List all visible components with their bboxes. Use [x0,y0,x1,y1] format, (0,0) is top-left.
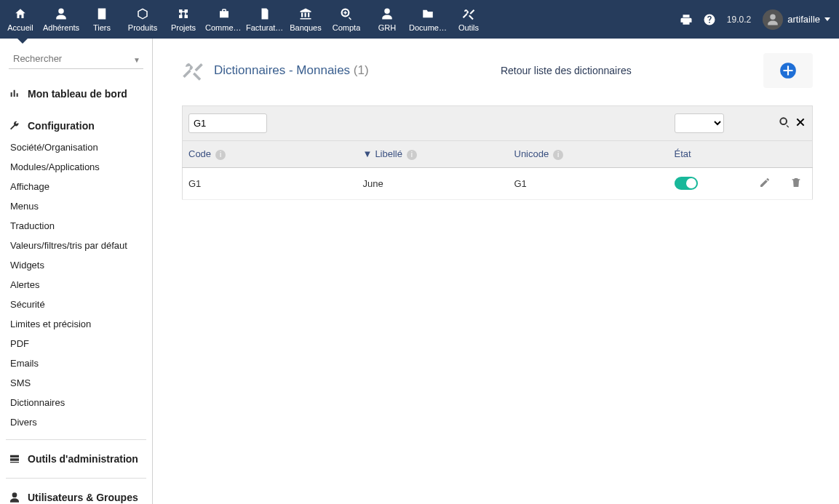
clear-filter-icon[interactable] [795,116,806,128]
sidebar-search-input[interactable] [9,49,143,69]
nav-item-grh[interactable]: GRH [367,0,407,39]
tools-icon [182,60,204,81]
info-icon: i [215,150,226,160]
sidebar-link[interactable]: Sécurité [6,295,146,314]
briefcase-icon [218,7,231,20]
user-menu[interactable]: artifaille [757,0,839,39]
sidebar-link[interactable]: Valeurs/filtres/tris par défaut [6,236,146,255]
user-icon [381,7,394,20]
home-icon [14,7,27,20]
sidebar-users-groups[interactable]: Utilisateurs & Groupes [6,486,146,504]
nav-item-documents[interactable]: Documents [407,0,448,39]
nav-item-outils[interactable]: Outils [448,0,489,39]
page-count: (1) [354,63,369,77]
sidebar-link[interactable]: Traduction [6,216,146,236]
sidebar-link[interactable]: PDF [6,334,146,353]
table-row: G1 June G1 [183,167,813,199]
page-title: Dictionnaires - Monnaies (1) [214,63,369,78]
nav-item-accueil[interactable]: Accueil [0,0,41,39]
server-icon [9,453,20,465]
username: artifaille [787,14,820,25]
cell-unicode: G1 [509,167,669,199]
sidebar-link[interactable]: Widgets [6,255,146,275]
sidebar-admin-tools[interactable]: Outils d'administration [6,447,146,471]
search-icon[interactable] [779,116,790,128]
nav-item-tiers[interactable]: Tiers [81,0,122,39]
cell-code: G1 [183,167,357,199]
sidebar-link[interactable]: Divers [6,412,146,432]
user-icon [9,492,20,503]
sidebar-configuration[interactable]: Configuration [6,114,146,137]
sidebar-link[interactable]: Menus [6,196,146,216]
user-icon [55,7,68,20]
cell-label: June [357,167,509,199]
col-label[interactable]: ▼Libelléi [357,141,509,168]
sidebar-link[interactable]: Société/Organisation [6,137,146,157]
invoice-icon [258,7,271,20]
tools-icon [462,7,475,20]
avatar [763,9,783,30]
chart-icon [9,88,20,100]
building-icon [95,7,108,20]
sidebar-link[interactable]: SMS [6,373,146,393]
delete-icon[interactable] [790,177,802,188]
top-nav: AccueilAdhérentsTiersProduitsProjetsComm… [0,0,839,39]
nav-item-banques[interactable]: Banques [285,0,326,39]
sidebar-link[interactable]: Affichage [6,177,146,196]
col-state[interactable]: État [669,141,749,168]
person-icon [766,13,779,26]
back-to-list-link[interactable]: Retour liste des dictionnaires [369,65,763,76]
search-plus-icon [340,7,353,20]
add-button[interactable] [763,53,813,88]
col-code[interactable]: Codei [183,141,357,168]
wrench-icon [9,120,20,132]
state-toggle[interactable] [675,177,698,190]
col-unicode[interactable]: Unicodei [509,141,669,168]
sidebar-link[interactable]: Alertes [6,275,146,295]
print-icon [680,13,693,26]
main-content: Dictionnaires - Monnaies (1) Retour list… [153,39,839,504]
sidebar: ▼ Mon tableau de bord Configuration Soci… [0,39,153,504]
folder-icon [421,7,434,20]
chevron-down-icon [824,17,830,21]
sidebar-link[interactable]: Modules/Applications [6,157,146,177]
nav-item-facturation[interactable]: Facturation [244,0,285,39]
sidebar-link[interactable]: Emails [6,353,146,373]
currencies-table: Codei ▼Libelléi Unicodei État G1 June G1 [182,105,813,200]
plus-icon [779,61,798,80]
filter-state-select[interactable] [675,113,724,133]
nav-item-adhérents[interactable]: Adhérents [41,0,81,39]
bank-icon [299,7,312,20]
info-icon: i [553,150,563,160]
sidebar-link[interactable]: Dictionnaires [6,393,146,412]
nav-item-commerce[interactable]: Commerce [204,0,244,39]
version-label: 19.0.2 [721,0,757,39]
sidebar-dashboard[interactable]: Mon tableau de bord [6,82,146,105]
sort-desc-icon: ▼ [363,148,373,159]
project-icon [177,7,190,20]
edit-icon[interactable] [759,177,771,188]
help-button[interactable] [698,0,721,39]
print-button[interactable] [675,0,698,39]
nav-item-compta[interactable]: Compta [326,0,367,39]
help-icon [703,13,716,26]
info-icon: i [407,150,417,160]
cube-icon [136,7,149,20]
nav-item-produits[interactable]: Produits [122,0,163,39]
nav-item-projets[interactable]: Projets [163,0,204,39]
sidebar-link[interactable]: Limites et précision [6,314,146,334]
filter-code-input[interactable] [188,113,267,133]
